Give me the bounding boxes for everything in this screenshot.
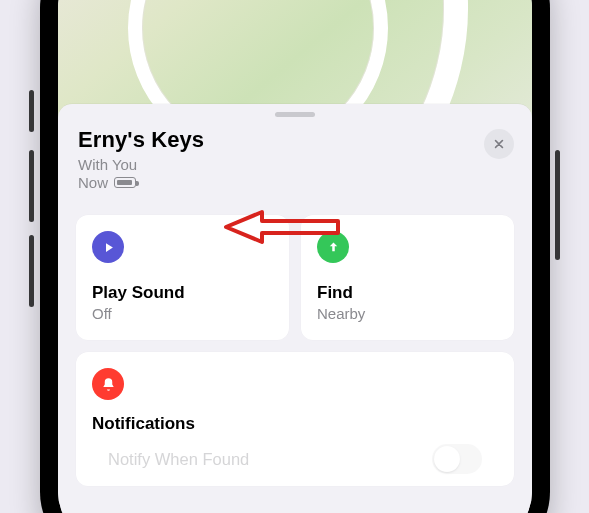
notify-when-found-toggle[interactable] [432, 444, 482, 474]
volume-up-button [29, 150, 34, 222]
battery-icon [114, 177, 136, 188]
item-location-status: With You [78, 156, 512, 173]
find-title: Find [317, 283, 498, 303]
play-icon [92, 231, 124, 263]
notify-when-found-row[interactable]: Notify When Found [92, 434, 498, 474]
play-sound-title: Play Sound [92, 283, 273, 303]
sheet-grabber[interactable] [275, 112, 315, 117]
phone-frame: Apple Park Way Tantau Reception Center P… [40, 0, 550, 513]
arrow-up-icon [317, 231, 349, 263]
notifications-card: Notifications Notify When Found [76, 352, 514, 486]
volume-down-button [29, 235, 34, 307]
notifications-heading: Notifications [92, 414, 498, 434]
power-button [555, 150, 560, 260]
find-status: Nearby [317, 305, 498, 322]
volume-switch [29, 90, 34, 132]
find-card[interactable]: Find Nearby [301, 215, 514, 340]
play-sound-status: Off [92, 305, 273, 322]
item-detail-sheet[interactable]: Erny's Keys With You Now [58, 104, 532, 513]
notify-when-found-label: Notify When Found [108, 450, 249, 469]
close-icon [493, 138, 505, 150]
item-title: Erny's Keys [78, 127, 512, 153]
close-button[interactable] [484, 129, 514, 159]
play-sound-card[interactable]: Play Sound Off [76, 215, 289, 340]
item-timestamp: Now [78, 174, 108, 191]
bell-icon [92, 368, 124, 400]
